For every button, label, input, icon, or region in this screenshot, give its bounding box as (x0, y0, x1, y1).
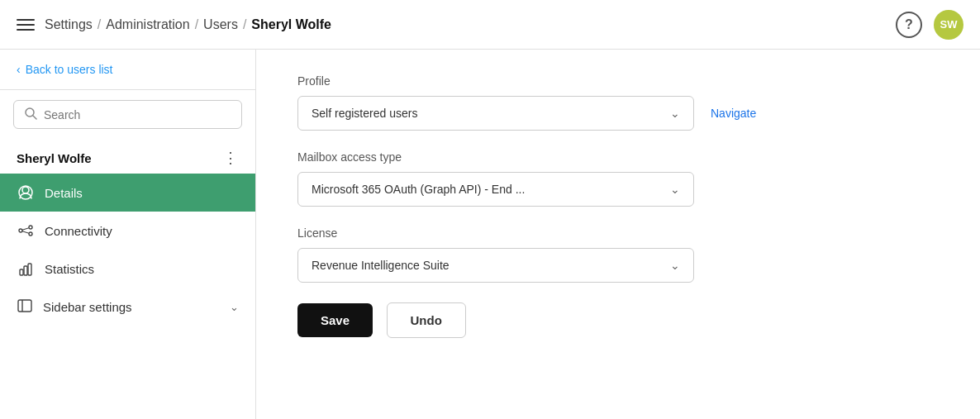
sidebar-item-details[interactable]: Details (0, 174, 255, 212)
back-link-label: Back to users list (26, 63, 113, 76)
mailbox-dropdown-value: Microsoft 365 OAuth (Graph API) - End ..… (312, 183, 525, 196)
app-header: Settings / Administration / Users / Sher… (0, 0, 980, 50)
search-input[interactable] (44, 108, 231, 121)
svg-line-8 (22, 231, 29, 233)
statistics-icon (17, 259, 35, 278)
breadcrumb: Settings / Administration / Users / Sher… (45, 17, 331, 32)
svg-rect-11 (28, 264, 31, 275)
sidebar-item-statistics[interactable]: Statistics (0, 250, 255, 288)
profile-section: Profile Self registered users ⌄ Navigate (297, 74, 939, 131)
header-left: Settings / Administration / Users / Sher… (17, 17, 331, 32)
license-dropdown-value: Revenue Intelligence Suite (312, 259, 450, 272)
svg-rect-12 (18, 300, 31, 312)
svg-rect-9 (20, 269, 23, 275)
sidebar: ‹ Back to users list Sheryl Wolfe ⋮ (0, 50, 256, 419)
svg-line-1 (33, 116, 36, 119)
sidebar-settings-icon (17, 298, 33, 317)
svg-point-6 (29, 232, 32, 236)
mailbox-section: Mailbox access type Microsoft 365 OAuth … (297, 150, 939, 207)
mailbox-label: Mailbox access type (297, 150, 939, 164)
form-actions: Save Undo (297, 302, 939, 338)
chevron-down-icon: ⌄ (230, 301, 239, 313)
save-button[interactable]: Save (297, 303, 373, 337)
user-row: Sheryl Wolfe ⋮ (0, 142, 255, 174)
user-name-label: Sheryl Wolfe (17, 151, 92, 165)
profile-dropdown-row: Self registered users ⌄ Navigate (297, 96, 939, 131)
more-options-button[interactable]: ⋮ (223, 149, 239, 167)
details-label: Details (45, 186, 83, 200)
search-icon (24, 107, 37, 122)
profile-dropdown-chevron-icon: ⌄ (670, 107, 680, 120)
back-to-users-link[interactable]: ‹ Back to users list (0, 50, 255, 90)
search-box[interactable] (13, 100, 242, 129)
main-content: Profile Self registered users ⌄ Navigate… (256, 50, 980, 419)
sidebar-item-sidebar-settings[interactable]: Sidebar settings ⌄ (0, 288, 255, 326)
profile-dropdown[interactable]: Self registered users ⌄ (297, 96, 694, 131)
svg-point-5 (29, 226, 32, 229)
header-right: ? SW (896, 10, 963, 40)
connectivity-icon (17, 221, 35, 240)
license-label: License (297, 226, 939, 240)
profile-label: Profile (297, 74, 939, 88)
svg-line-7 (22, 228, 29, 230)
sidebar-item-connectivity[interactable]: Connectivity (0, 212, 255, 250)
hamburger-menu-button[interactable] (17, 19, 35, 31)
svg-point-2 (22, 187, 29, 193)
license-dropdown-chevron-icon: ⌄ (670, 259, 680, 272)
license-section: License Revenue Intelligence Suite ⌄ (297, 226, 939, 283)
svg-point-3 (19, 186, 32, 199)
mailbox-dropdown[interactable]: Microsoft 365 OAuth (Graph API) - End ..… (297, 172, 694, 207)
navigate-link[interactable]: Navigate (711, 107, 756, 120)
breadcrumb-current-user: Sheryl Wolfe (251, 17, 331, 32)
details-icon (17, 183, 35, 202)
svg-rect-10 (24, 266, 27, 275)
avatar[interactable]: SW (934, 10, 963, 40)
main-layout: ‹ Back to users list Sheryl Wolfe ⋮ (0, 50, 980, 419)
statistics-label: Statistics (45, 262, 94, 276)
profile-dropdown-value: Self registered users (312, 107, 417, 120)
license-dropdown[interactable]: Revenue Intelligence Suite ⌄ (297, 248, 694, 283)
help-button[interactable]: ? (896, 12, 922, 38)
back-arrow-icon: ‹ (17, 63, 21, 76)
svg-point-4 (19, 229, 22, 232)
mailbox-dropdown-chevron-icon: ⌄ (670, 183, 680, 196)
breadcrumb-users[interactable]: Users (203, 17, 238, 32)
breadcrumb-administration[interactable]: Administration (106, 17, 189, 32)
sidebar-settings-label: Sidebar settings (43, 300, 132, 314)
connectivity-label: Connectivity (45, 224, 112, 238)
undo-button[interactable]: Undo (387, 302, 466, 338)
breadcrumb-settings[interactable]: Settings (45, 17, 93, 32)
